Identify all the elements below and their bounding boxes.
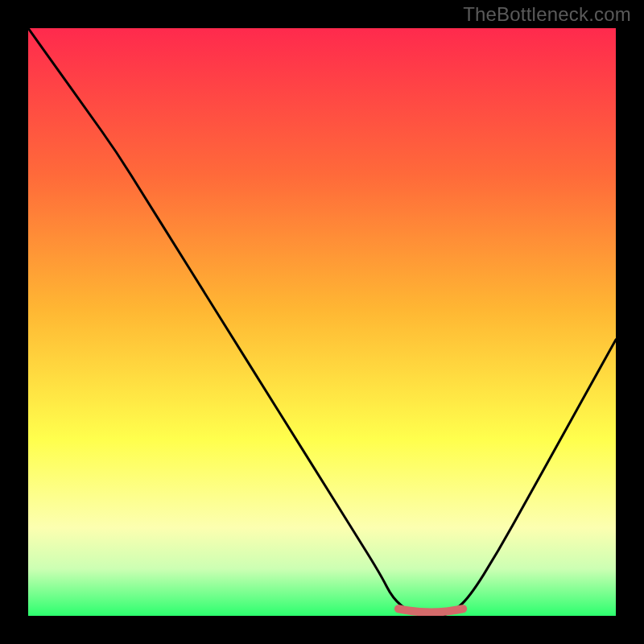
bottleneck-curve — [28, 28, 616, 616]
chart-frame: TheBottleneck.com — [0, 0, 644, 644]
watermark-text: TheBottleneck.com — [463, 3, 631, 26]
plot-area — [28, 28, 616, 616]
